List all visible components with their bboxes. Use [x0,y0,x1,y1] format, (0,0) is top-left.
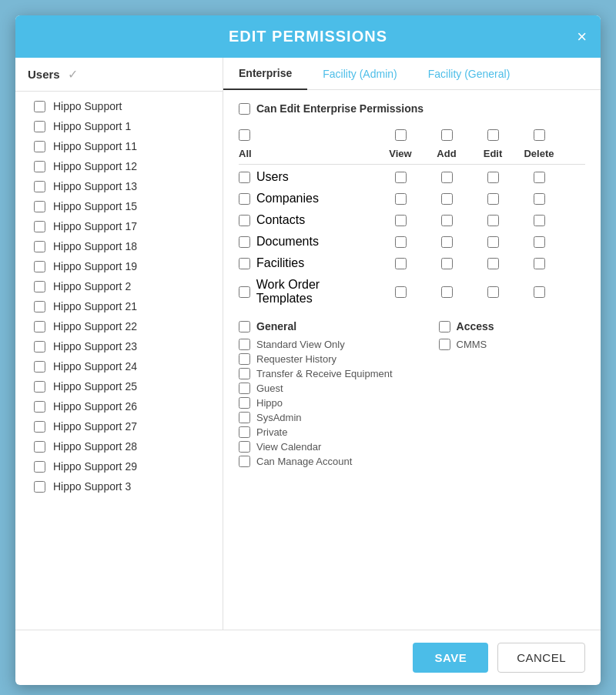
sidebar-list-item[interactable]: Hippo Support 2 [15,276,223,296]
sidebar-list-item[interactable]: Hippo Support [15,96,223,116]
row-edit-checkbox[interactable] [487,172,499,183]
sidebar-item-checkbox[interactable] [34,161,45,172]
close-button[interactable]: × [577,28,587,45]
row-checkbox[interactable] [239,258,250,269]
row-add-checkbox[interactable] [441,172,453,183]
perm-data-row: Work Order Templates [239,274,585,309]
row-checkbox[interactable] [239,193,250,205]
sidebar-list-item[interactable]: Hippo Support 17 [15,216,223,236]
sidebar-item-checkbox[interactable] [34,361,45,373]
general-checkbox[interactable] [239,321,250,332]
sidebar-list-item[interactable]: Hippo Support 29 [15,456,223,476]
row-delete-checkbox[interactable] [534,258,545,269]
tab-enterprise[interactable]: Enterprise [223,58,307,90]
sidebar-list-item[interactable]: Hippo Support 13 [15,176,223,196]
sidebar-list-item[interactable]: Hippo Support 11 [15,136,223,156]
general-item-label: View Calendar [256,441,321,453]
row-delete-checkbox[interactable] [534,236,545,248]
general-item-checkbox[interactable] [239,456,250,467]
cancel-button[interactable]: CANCEL [497,643,585,673]
row-view-checkbox[interactable] [395,236,407,248]
sidebar-item-checkbox[interactable] [34,461,45,473]
general-item: Hippo [239,396,393,410]
edit-all-checkbox[interactable] [487,129,499,141]
access-checkbox[interactable] [439,321,450,332]
access-title-label: Access [457,320,494,332]
sidebar-list-item[interactable]: Hippo Support 18 [15,236,223,256]
sidebar-item-checkbox[interactable] [34,221,45,232]
sidebar-item-checkbox[interactable] [34,301,45,312]
general-item-checkbox[interactable] [239,339,250,350]
row-add-checkbox[interactable] [441,193,453,205]
row-view-checkbox[interactable] [395,258,407,269]
row-add-checkbox[interactable] [441,286,453,298]
sidebar-item-checkbox[interactable] [34,381,45,393]
general-item-checkbox[interactable] [239,441,250,453]
row-delete-checkbox[interactable] [534,215,545,226]
row-edit-checkbox[interactable] [487,236,499,248]
row-edit-checkbox[interactable] [487,215,499,226]
row-delete-checkbox[interactable] [534,286,545,298]
sidebar-item-checkbox[interactable] [34,441,45,453]
sidebar-item-checkbox[interactable] [34,201,45,212]
add-all-checkbox[interactable] [441,129,453,141]
sidebar-list-item[interactable]: Hippo Support 24 [15,356,223,376]
all-checkbox[interactable] [239,129,250,141]
sidebar-list-item[interactable]: Hippo Support 12 [15,156,223,176]
row-view-checkbox[interactable] [395,172,407,183]
sidebar-item-checkbox[interactable] [34,341,45,353]
sidebar-list-item[interactable]: Hippo Support 27 [15,416,223,436]
sidebar-list-item[interactable]: Hippo Support 22 [15,316,223,336]
row-delete-checkbox[interactable] [534,172,545,183]
row-edit-checkbox[interactable] [487,193,499,205]
sidebar-item-checkbox[interactable] [34,401,45,413]
sidebar-item-checkbox[interactable] [34,141,45,152]
general-item-checkbox[interactable] [239,397,250,409]
sidebar-list-item[interactable]: Hippo Support 26 [15,396,223,416]
general-item-checkbox[interactable] [239,368,250,379]
sidebar-list-item[interactable]: Hippo Support 1 [15,116,223,136]
row-edit-checkbox[interactable] [487,286,499,298]
row-view-checkbox[interactable] [395,215,407,226]
sidebar-list-item[interactable]: Hippo Support 19 [15,256,223,276]
sidebar-item-checkbox[interactable] [34,281,45,292]
save-button[interactable]: SAVE [413,643,488,673]
sidebar-list-item[interactable]: Hippo Support 25 [15,376,223,396]
general-item-checkbox[interactable] [239,426,250,438]
general-item-checkbox[interactable] [239,412,250,423]
general-item-checkbox[interactable] [239,383,250,394]
row-view-checkbox[interactable] [395,193,407,205]
general-item-checkbox[interactable] [239,353,250,365]
row-add-checkbox[interactable] [441,215,453,226]
row-add-checkbox[interactable] [441,258,453,269]
delete-all-checkbox[interactable] [534,129,545,141]
general-item: Transfer & Receive Equipment [239,366,393,381]
row-checkbox[interactable] [239,286,250,298]
sidebar-item-checkbox[interactable] [34,421,45,433]
sidebar-item-checkbox[interactable] [34,121,45,132]
row-add-checkbox[interactable] [441,236,453,248]
can-edit-checkbox[interactable] [239,103,250,115]
row-checkbox[interactable] [239,215,250,226]
sidebar-item-checkbox[interactable] [34,321,45,332]
access-item-checkbox[interactable] [439,339,450,350]
sidebar-list-item[interactable]: Hippo Support 23 [15,336,223,356]
sidebar-list-item[interactable]: Hippo Support 15 [15,196,223,216]
row-edit-checkbox[interactable] [487,258,499,269]
tab-facility--admin-[interactable]: Facility (Admin) [307,58,412,89]
row-checkbox[interactable] [239,172,250,183]
right-panel: EnterpriseFacility (Admin)Facility (Gene… [223,58,601,630]
sidebar-list-item[interactable]: Hippo Support 21 [15,296,223,316]
view-all-checkbox[interactable] [395,129,407,141]
sidebar-item-checkbox[interactable] [34,181,45,192]
sidebar-list-item[interactable]: Hippo Support 3 [15,476,223,496]
sidebar-item-checkbox[interactable] [34,241,45,252]
sidebar-list-item[interactable]: Hippo Support 28 [15,436,223,456]
tab-facility--general-[interactable]: Facility (General) [413,58,526,89]
row-delete-checkbox[interactable] [534,193,545,205]
sidebar-item-checkbox[interactable] [34,261,45,272]
sidebar-item-checkbox[interactable] [34,101,45,112]
row-view-checkbox[interactable] [395,286,407,298]
row-checkbox[interactable] [239,236,250,248]
sidebar-item-checkbox[interactable] [34,481,45,493]
